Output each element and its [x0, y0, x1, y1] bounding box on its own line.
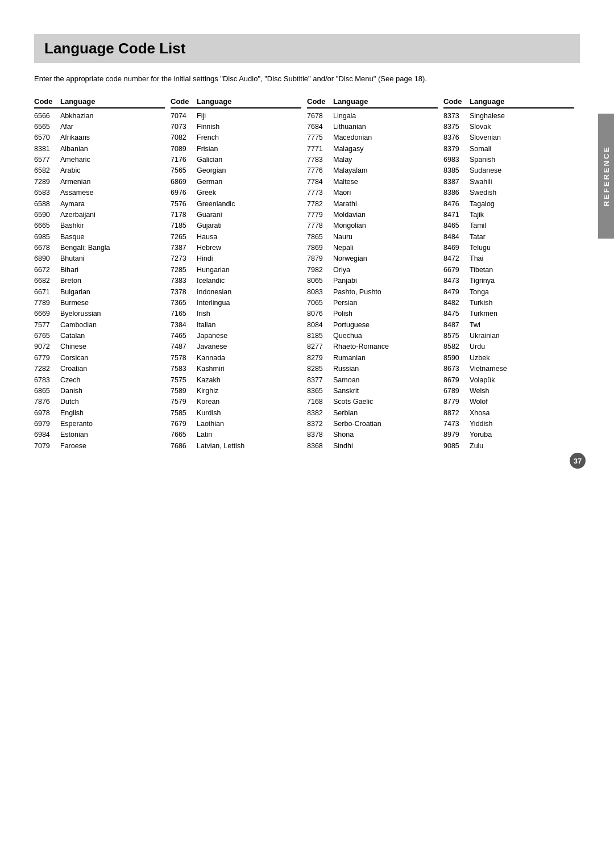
language-code: 6984 [34, 429, 60, 440]
column-1: CodeLanguage6566Abkhazian6565Afar6570Afr… [34, 97, 171, 452]
table-row: 7074Fiji [171, 111, 301, 122]
language-code: 7473 [443, 419, 470, 429]
table-row: 6979Esperanto [34, 419, 165, 429]
language-name: Somali [470, 144, 491, 155]
table-row: 8479Tonga [443, 287, 574, 298]
table-row: 7879Norwegian [307, 253, 438, 264]
language-name: Kannada [197, 353, 225, 364]
language-name: Portuguese [333, 320, 370, 331]
language-code: 8365 [307, 386, 333, 397]
table-row: 6671Bulgarian [34, 287, 165, 298]
language-code: 8482 [443, 298, 470, 308]
language-code: 7879 [307, 253, 333, 264]
table-row: 7383Icelandic [171, 276, 301, 286]
language-name: Faroese [60, 441, 86, 452]
language-name: Tajik [470, 210, 484, 220]
language-name: Assamese [60, 187, 93, 198]
language-code: 7565 [171, 165, 197, 176]
table-row: 8285Russian [307, 364, 438, 374]
language-name: Turkish [470, 298, 493, 308]
language-code: 7865 [307, 232, 333, 243]
language-code: 8575 [443, 331, 470, 341]
language-code: 8376 [443, 132, 470, 143]
language-code: 8378 [307, 429, 333, 440]
table-row: 7782Marathi [307, 199, 438, 210]
table-row: 7387Hebrew [171, 243, 301, 253]
table-row: 6583Assamese [34, 187, 165, 198]
language-name: Serbo-Croatian [333, 419, 381, 429]
language-code: 8476 [443, 199, 470, 210]
table-row: 8279Rumanian [307, 353, 438, 364]
language-name: Mongolian [333, 220, 366, 231]
language-name: Georgian [197, 165, 226, 176]
language-name: Moldavian [333, 210, 366, 220]
language-code: 8471 [443, 210, 470, 220]
header-language: Language [60, 97, 95, 106]
table-row: 7578Kannada [171, 353, 301, 364]
table-row: 8381Albanian [34, 144, 165, 155]
table-row: 8473Tigrinya [443, 276, 574, 286]
language-name: Javanese [197, 341, 227, 352]
language-code: 7789 [34, 298, 60, 308]
language-code: 8386 [443, 187, 470, 198]
table-row: 8475Turkmen [443, 308, 574, 319]
language-code: 8484 [443, 232, 470, 243]
table-row: 7178Guarani [171, 210, 301, 220]
language-name: Uzbek [470, 353, 489, 364]
language-name: Burmese [60, 298, 89, 308]
table-row: 7473Yiddish [443, 419, 574, 429]
language-code: 7168 [307, 397, 333, 407]
language-name: Zulu [470, 441, 483, 452]
language-name: Hebrew [197, 243, 221, 253]
language-code: 7869 [307, 243, 333, 253]
table-row: 7775Macedonian [307, 132, 438, 143]
language-code: 7783 [307, 155, 333, 165]
language-code: 6979 [34, 419, 60, 429]
table-row: 8379Somali [443, 144, 574, 155]
language-name: Xhosa [470, 408, 489, 419]
table-row: 6669Byelorussian [34, 308, 165, 319]
language-code: 6583 [34, 187, 60, 198]
table-row: 8872Xhosa [443, 408, 574, 419]
language-code: 6865 [34, 386, 60, 397]
columns-wrapper: CodeLanguage6566Abkhazian6565Afar6570Afr… [34, 97, 580, 452]
language-name: Tagalog [470, 199, 495, 210]
language-name: Sanskrit [333, 386, 359, 397]
table-row: 7073Finnish [171, 122, 301, 132]
table-row: 7684Lithuanian [307, 122, 438, 132]
language-name: Fiji [197, 111, 206, 122]
language-code: 8065 [307, 276, 333, 286]
language-name: Kazakh [197, 375, 221, 386]
language-name: Norwegian [333, 253, 367, 264]
table-row: 8471Tajik [443, 210, 574, 220]
table-row: 7686Latvian, Lettish [171, 441, 301, 452]
language-name: Swedish [470, 187, 496, 198]
language-name: Guarani [197, 210, 222, 220]
table-row: 8375Slovak [443, 122, 574, 132]
language-name: Kurdish [197, 408, 221, 419]
language-name: Serbian [333, 408, 358, 419]
table-row: 8469Telugu [443, 243, 574, 253]
table-row: 8779Wolof [443, 397, 574, 407]
table-row: 8376Slovenian [443, 132, 574, 143]
language-name: Latvian, Lettish [197, 441, 244, 452]
language-name: Irish [197, 308, 210, 319]
table-row: 8385Sudanese [443, 165, 574, 176]
language-code: 6985 [34, 232, 60, 243]
language-code: 7176 [171, 155, 197, 165]
language-code: 7577 [34, 320, 60, 331]
language-name: Rhaeto-Romance [333, 341, 389, 352]
language-code: 7579 [171, 397, 197, 407]
language-name: Swahili [470, 177, 492, 187]
page-title: Language Code List [34, 34, 580, 63]
language-code: 6983 [443, 155, 470, 165]
language-code: 8387 [443, 177, 470, 187]
table-row: 6682Breton [34, 276, 165, 286]
language-name: Slovenian [470, 132, 501, 143]
language-code: 8084 [307, 320, 333, 331]
table-row: 7776Malayalam [307, 165, 438, 176]
language-name: Marathi [333, 199, 357, 210]
language-name: Ameharic [60, 155, 90, 165]
col-header-1: CodeLanguage [34, 97, 165, 108]
language-code: 6570 [34, 132, 60, 143]
